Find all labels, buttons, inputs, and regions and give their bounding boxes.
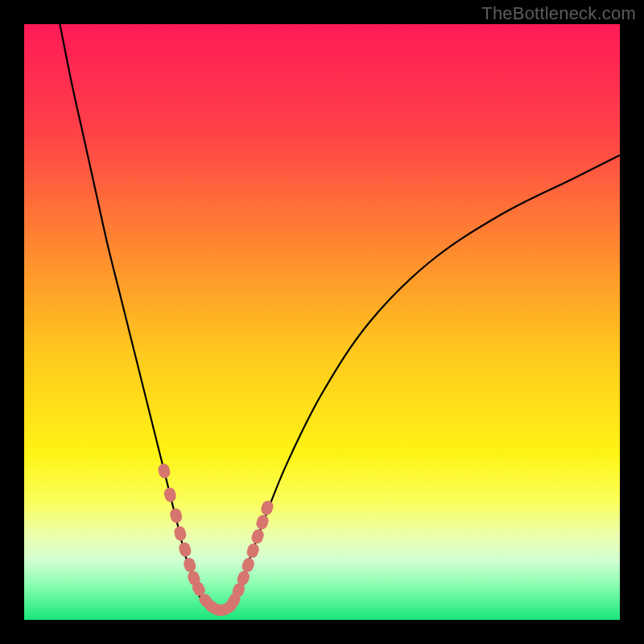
data-marker (182, 556, 197, 573)
data-marker (173, 525, 188, 542)
data-marker (246, 542, 261, 559)
watermark-text: TheBottleneck.com (481, 3, 636, 24)
plot-area (24, 24, 620, 620)
data-marker (157, 463, 171, 480)
bottleneck-curve (60, 24, 620, 611)
data-marker (250, 528, 266, 545)
data-marker (163, 486, 177, 503)
curve-layer (24, 24, 620, 620)
data-marker (177, 541, 192, 558)
chart-frame: TheBottleneck.com (0, 0, 644, 644)
data-marker (259, 499, 275, 516)
marker-group (157, 463, 275, 617)
data-marker (255, 514, 270, 530)
data-marker (241, 556, 256, 574)
data-marker (169, 507, 184, 524)
